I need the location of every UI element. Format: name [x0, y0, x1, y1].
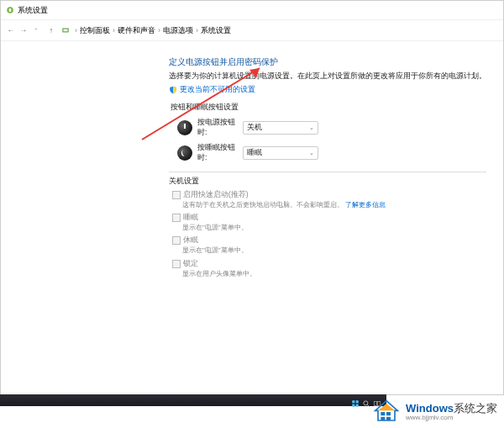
svg-rect-9 [356, 404, 359, 407]
power-icon [177, 120, 192, 135]
setting-desc: 显示在"电源"菜单中。 [182, 246, 486, 255]
setting-sleep: 睡眠 显示在"电源"菜单中。 [172, 213, 486, 232]
setting-label: 睡眠 [183, 213, 198, 223]
setting-label: 休眠 [183, 235, 198, 246]
setting-desc: 显示在用户头像菜单中。 [182, 269, 486, 278]
breadcrumb-item[interactable]: 硬件和声音 [118, 25, 155, 36]
svg-rect-1 [9, 8, 12, 12]
power-button-label: 按电源按钮时: [197, 118, 238, 138]
start-icon[interactable] [351, 396, 360, 404]
svg-rect-15 [381, 412, 385, 415]
button-settings: 按电源按钮时: 关机 ⌄ 按睡眠按钮时: 睡眠 ⌄ [177, 118, 486, 163]
setting-hibernate: 休眠 显示在"电源"菜单中。 [172, 235, 486, 255]
learn-more-link[interactable]: 了解更多信息 [345, 201, 386, 209]
section-buttons-title: 按钮和睡眠按钮设置 [169, 102, 486, 113]
control-panel-icon [61, 26, 70, 34]
breadcrumb-item[interactable]: 电源选项 [163, 25, 193, 36]
divider [169, 172, 486, 172]
sleep-button-dropdown[interactable]: 睡眠 ⌄ [243, 146, 318, 160]
checkbox[interactable] [172, 214, 181, 222]
window: 系统设置 ← → ˇ ↑ › 控制面板 › 硬件和声音 › 电源选项 › 系统设… [0, 0, 504, 395]
search-icon[interactable] [362, 396, 370, 404]
power-button-row: 按电源按钮时: 关机 ⌄ [177, 118, 486, 138]
address-bar: ← → ˇ ↑ › 控制面板 › 硬件和声音 › 电源选项 › 系统设置 [1, 19, 503, 41]
chevron-right-icon: › [196, 26, 198, 34]
chevron-right-icon: › [75, 26, 77, 34]
svg-rect-8 [352, 404, 354, 407]
setting-lock: 锁定 显示在用户头像菜单中。 [172, 259, 486, 278]
forward-button[interactable]: → [18, 25, 29, 35]
titlebar: 系统设置 [1, 1, 503, 19]
shutdown-settings-title: 关机设置 [169, 176, 486, 187]
power-button-dropdown[interactable]: 关机 ⌄ [243, 121, 318, 135]
sleep-button-row: 按睡眠按钮时: 睡眠 ⌄ [177, 143, 486, 163]
svg-rect-17 [381, 417, 385, 420]
watermark: Windows系统之家 www.bjjmlv.com [372, 399, 497, 425]
power-button-value: 关机 [247, 123, 262, 133]
page-heading: 定义电源按钮并启用密码保护 [169, 56, 486, 68]
setting-desc: 显示在"电源"菜单中。 [182, 223, 486, 232]
house-icon [372, 399, 401, 425]
change-unavailable-row[interactable]: 更改当前不可用的设置 [169, 85, 486, 95]
chevron-right-icon: › [113, 26, 115, 34]
setting-desc: 这有助于在关机之后更快地启动电脑。不会影响重启。 了解更多信息 [182, 200, 486, 209]
sleep-button-label: 按睡眠按钮时: [197, 143, 238, 163]
window-title: 系统设置 [18, 5, 48, 16]
setting-label: 启用快速启动(推荐) [183, 190, 249, 200]
sleep-icon [177, 145, 192, 161]
checkbox[interactable] [172, 260, 181, 268]
content-area: 定义电源按钮并启用密码保护 选择要为你的计算机设置的电源设置。在此页上对设置所做… [1, 41, 503, 278]
page-subtext: 选择要为你的计算机设置的电源设置。在此页上对设置所做的更改将应用于你所有的电源计… [169, 71, 486, 82]
battery-icon [6, 6, 14, 14]
back-button[interactable]: ← [6, 25, 16, 35]
chevron-down-icon: ⌄ [309, 124, 314, 131]
watermark-url: www.bjjmlv.com [406, 415, 497, 421]
breadcrumb-item[interactable]: 系统设置 [201, 25, 231, 36]
shield-icon [169, 86, 177, 94]
svg-point-10 [364, 401, 368, 405]
change-unavailable-link[interactable]: 更改当前不可用的设置 [180, 85, 255, 95]
taskbar [0, 394, 386, 406]
svg-rect-6 [352, 400, 354, 403]
sleep-button-value: 睡眠 [247, 148, 262, 158]
checkbox[interactable] [172, 236, 181, 245]
svg-rect-3 [64, 29, 68, 32]
recent-dropdown-icon[interactable]: ˇ [31, 25, 41, 35]
svg-line-11 [367, 404, 370, 407]
watermark-brand: Windows系统之家 [406, 403, 497, 414]
svg-rect-7 [356, 400, 359, 403]
up-button[interactable]: ↑ [46, 25, 56, 35]
breadcrumb-item[interactable]: 控制面板 [80, 25, 110, 36]
svg-rect-18 [386, 417, 391, 420]
checkbox[interactable] [172, 191, 181, 199]
svg-rect-16 [386, 412, 391, 415]
setting-label: 锁定 [183, 259, 198, 269]
chevron-right-icon: › [158, 26, 160, 34]
setting-fast-startup: 启用快速启动(推荐) 这有助于在关机之后更快地启动电脑。不会影响重启。 了解更多… [172, 190, 486, 209]
chevron-down-icon: ⌄ [309, 150, 314, 156]
